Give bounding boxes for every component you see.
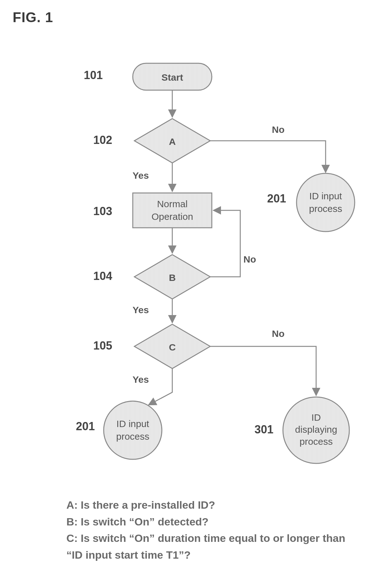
svg-text:ID input: ID input — [116, 419, 149, 429]
ref-104: 104 — [93, 270, 112, 282]
ref-105: 105 — [93, 339, 112, 352]
node-id-displaying: ID displaying process — [283, 397, 349, 463]
edge-a-input — [210, 141, 326, 172]
node-decision-a: A — [134, 119, 210, 163]
svg-text:process: process — [299, 436, 333, 447]
ref-103: 103 — [93, 205, 112, 218]
ref-301: 301 — [254, 423, 273, 436]
edge-c-display — [210, 346, 316, 395]
flowchart-canvas: Start 101 A 102 Yes No Normal Operation … — [0, 0, 392, 583]
node-decision-c: C — [134, 324, 210, 369]
svg-text:A: A — [169, 136, 176, 147]
node-start: Start — [133, 63, 212, 90]
label-b-yes: Yes — [132, 305, 149, 315]
svg-rect-6 — [133, 193, 212, 228]
ref-102: 102 — [93, 133, 112, 146]
label-c-no: No — [272, 328, 285, 339]
legend-a: A: Is there a pre-installed ID? — [66, 497, 357, 513]
label-a-no: No — [272, 124, 285, 135]
label-a-yes: Yes — [132, 170, 149, 181]
node-id-input-lower: ID input process — [104, 401, 162, 459]
svg-text:Start: Start — [162, 72, 183, 83]
svg-point-16 — [104, 401, 162, 459]
ref-201-lower: 201 — [76, 420, 95, 433]
svg-text:process: process — [116, 431, 149, 442]
svg-text:Normal: Normal — [157, 199, 188, 209]
svg-text:ID: ID — [311, 412, 321, 423]
svg-text:C: C — [169, 342, 176, 352]
ref-201-upper: 201 — [267, 192, 286, 205]
svg-text:Operation: Operation — [151, 211, 193, 222]
legend: A: Is there a pre-installed ID? B: Is sw… — [66, 497, 357, 563]
node-decision-b: B — [134, 255, 210, 299]
label-b-no: No — [243, 254, 256, 264]
edge-b-feedback — [210, 210, 240, 277]
svg-point-9 — [297, 173, 355, 232]
svg-text:ID input: ID input — [309, 191, 342, 201]
svg-text:displaying: displaying — [295, 424, 337, 435]
svg-text:process: process — [309, 203, 342, 214]
label-c-yes: Yes — [132, 374, 149, 385]
legend-b: B: Is switch “On” detected? — [66, 513, 357, 530]
legend-c: C: Is switch “On” duration time equal to… — [66, 530, 357, 563]
node-id-input-upper: ID input process — [297, 173, 355, 232]
svg-text:B: B — [169, 272, 176, 283]
node-normal-operation: Normal Operation — [133, 193, 212, 228]
edge-c-input — [149, 369, 172, 405]
ref-101: 101 — [84, 69, 103, 82]
